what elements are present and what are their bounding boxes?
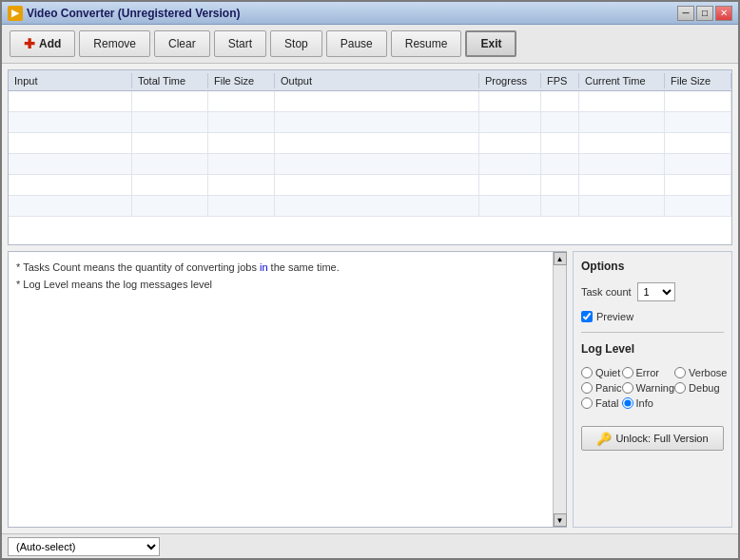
key-icon: 🔑 bbox=[596, 432, 612, 446]
radio-verbose-input[interactable] bbox=[674, 367, 686, 378]
table-row bbox=[9, 133, 731, 154]
stop-button[interactable]: Stop bbox=[270, 30, 322, 57]
toolbar: ✚ Add Remove Clear Start Stop Pause Resu… bbox=[2, 25, 738, 64]
log-scrollbar: ▲ ▼ bbox=[553, 252, 566, 527]
remove-button[interactable]: Remove bbox=[79, 30, 150, 57]
scroll-down-arrow[interactable]: ▼ bbox=[554, 513, 567, 527]
radio-warning-label: Warning bbox=[636, 382, 675, 394]
task-count-select[interactable]: 1 2 3 4 bbox=[637, 282, 675, 301]
radio-panic-input[interactable] bbox=[581, 382, 593, 394]
resume-button[interactable]: Resume bbox=[391, 30, 462, 57]
log-text: * Tasks Count means the quantity of conv… bbox=[9, 252, 566, 300]
table-row bbox=[9, 196, 731, 217]
exit-button[interactable]: Exit bbox=[465, 30, 516, 57]
radio-panic-label: Panic bbox=[595, 382, 622, 394]
table-row bbox=[9, 91, 731, 112]
radio-fatal: Fatal bbox=[581, 397, 622, 409]
radio-warning: Warning bbox=[622, 382, 675, 394]
task-count-label: Task count bbox=[581, 286, 632, 298]
unlock-label: Unlock: Full Version bbox=[615, 433, 708, 444]
col-current-time: Current Time bbox=[579, 73, 665, 88]
radio-quiet-label: Quiet bbox=[595, 367, 620, 378]
add-button[interactable]: ✚ Add bbox=[10, 30, 75, 57]
col-progress: Progress bbox=[479, 73, 541, 88]
radio-debug-label: Debug bbox=[689, 382, 719, 394]
main-window: ▶ Video Converter (Unregistered Version)… bbox=[0, 0, 740, 560]
col-total-time: Total Time bbox=[132, 73, 208, 88]
unlock-button[interactable]: 🔑 Unlock: Full Version bbox=[581, 426, 724, 451]
table-header: Input Total Time File Size Output Progre… bbox=[9, 70, 731, 91]
table-body bbox=[9, 91, 731, 245]
radio-debug-input[interactable] bbox=[674, 382, 686, 394]
options-panel: Options Task count 1 2 3 4 Preview Log L… bbox=[573, 251, 732, 528]
clear-button[interactable]: Clear bbox=[154, 30, 210, 57]
title-bar: ▶ Video Converter (Unregistered Version)… bbox=[2, 2, 738, 25]
window-controls: ─ □ ✕ bbox=[677, 6, 732, 21]
table-row bbox=[9, 112, 731, 133]
radio-verbose-label: Verbose bbox=[689, 367, 727, 378]
pause-button[interactable]: Pause bbox=[326, 30, 387, 57]
col-file-size: File Size bbox=[208, 73, 275, 88]
options-title: Options bbox=[581, 260, 724, 273]
radio-error: Error bbox=[622, 367, 675, 378]
add-icon: ✚ bbox=[24, 36, 35, 51]
auto-select-dropdown[interactable]: (Auto-select) bbox=[8, 537, 160, 556]
table-row bbox=[9, 175, 731, 196]
app-icon: ▶ bbox=[8, 6, 23, 21]
radio-quiet: Quiet bbox=[581, 367, 622, 378]
radio-debug: Debug bbox=[674, 382, 727, 394]
status-bar: (Auto-select) bbox=[2, 533, 738, 558]
table-row bbox=[9, 154, 731, 175]
preview-label: Preview bbox=[596, 311, 633, 322]
task-count-row: Task count 1 2 3 4 bbox=[581, 282, 724, 301]
preview-row: Preview bbox=[581, 311, 724, 322]
radio-info: Info bbox=[622, 397, 675, 409]
divider bbox=[581, 332, 724, 333]
log-level-options: Quiet Error Verbose Panic bbox=[581, 367, 724, 409]
bottom-section: * Tasks Count means the quantity of conv… bbox=[8, 251, 732, 528]
content-area: Input Total Time File Size Output Progre… bbox=[2, 64, 738, 533]
start-button[interactable]: Start bbox=[214, 30, 266, 57]
radio-verbose: Verbose bbox=[674, 367, 727, 378]
radio-panic: Panic bbox=[581, 382, 622, 394]
col-fps: FPS bbox=[541, 73, 579, 88]
log-area: * Tasks Count means the quantity of conv… bbox=[8, 251, 567, 528]
log-level-title: Log Level bbox=[581, 342, 724, 356]
col-output: Output bbox=[275, 73, 479, 88]
radio-info-input[interactable] bbox=[622, 397, 633, 409]
radio-fatal-input[interactable] bbox=[581, 397, 593, 409]
radio-warning-input[interactable] bbox=[622, 382, 633, 394]
radio-fatal-label: Fatal bbox=[595, 397, 618, 409]
scroll-track[interactable] bbox=[554, 265, 566, 513]
minimize-button[interactable]: ─ bbox=[677, 6, 694, 21]
preview-checkbox[interactable] bbox=[581, 311, 593, 322]
scroll-up-arrow[interactable]: ▲ bbox=[554, 252, 567, 265]
radio-info-label: Info bbox=[636, 397, 653, 409]
radio-error-input[interactable] bbox=[622, 367, 633, 378]
file-table: Input Total Time File Size Output Progre… bbox=[8, 69, 732, 245]
restore-button[interactable]: □ bbox=[696, 6, 713, 21]
col-input: Input bbox=[9, 73, 132, 88]
radio-quiet-input[interactable] bbox=[581, 367, 593, 378]
close-button[interactable]: ✕ bbox=[715, 6, 732, 21]
radio-error-label: Error bbox=[636, 367, 659, 378]
window-title: Video Converter (Unregistered Version) bbox=[27, 7, 677, 20]
col-file-size-2: File Size bbox=[665, 73, 731, 88]
